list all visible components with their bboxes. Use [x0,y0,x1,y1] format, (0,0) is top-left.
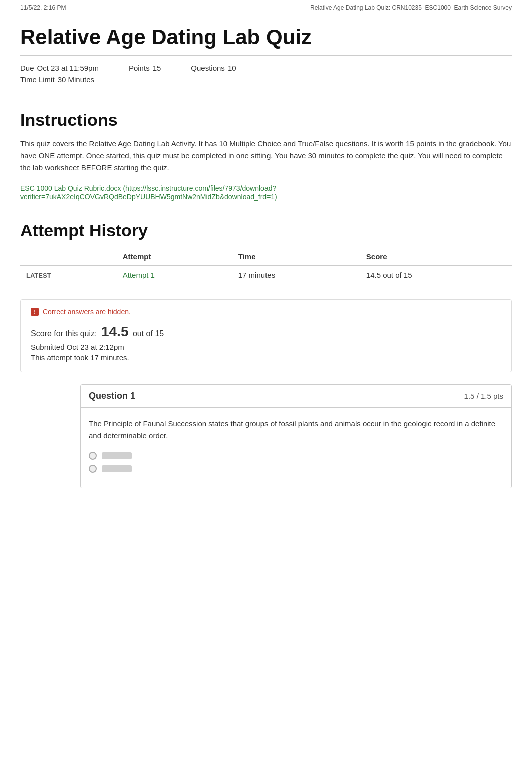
score-section: ! Correct answers are hidden. Score for … [20,299,512,372]
answer-option-2 [89,465,503,473]
score-label: Score for this quiz: [31,329,97,338]
question-1-title: Question 1 [89,391,135,401]
meta-table: Due Oct 23 at 11:59pm Points 15 Question… [20,64,512,95]
question-1-points: 1.5 / 1.5 pts [464,392,503,400]
time-limit-label: Time Limit [20,75,55,84]
question-1-body: The Principle of Faunal Succession state… [81,408,511,488]
score-line: Score for this quiz: 14.5 out of 15 [31,324,501,340]
attempt-history-section: Attempt History Attempt Time Score LATES… [20,221,512,284]
attempt-link[interactable]: Attempt 1 [123,271,155,279]
points-label: Points [129,64,150,72]
rubric-link-container: ESC 1000 Lab Quiz Rubric.docx (https://l… [20,184,512,201]
rubric-link-text: ESC 1000 Lab Quiz Rubric.docx [20,184,121,192]
rubric-link[interactable]: ESC 1000 Lab Quiz Rubric.docx [20,184,123,192]
answer-options [89,452,503,473]
col-attempt: Attempt [117,248,232,266]
answer-option-1 [89,452,503,460]
took-line: This attempt took 17 minutes. [31,353,501,362]
points-meta: Points 15 [129,64,161,72]
question-1-header: Question 1 1.5 / 1.5 pts [81,385,511,408]
due-label: Due [20,64,34,72]
hidden-notice-text: Correct answers are hidden. [43,308,131,316]
main-content: Relative Age Dating Lab Quiz Due Oct 23 … [0,25,532,518]
attempt-history-title: Attempt History [20,221,512,240]
correct-answers-notice: ! Correct answers are hidden. [31,308,501,316]
instructions-title: Instructions [20,110,512,130]
questions-value: 10 [228,64,236,72]
col-badge [20,248,117,266]
col-score: Score [360,248,512,266]
attempt-table-header-row: Attempt Time Score [20,248,512,266]
question-1-text: The Principle of Faunal Succession state… [89,418,503,442]
option-1-text [102,452,132,459]
questions-label: Questions [191,64,225,72]
score-out-of: out of 15 [133,329,164,338]
radio-2[interactable] [89,465,97,473]
table-row: LATEST Attempt 1 17 minutes 14.5 out of … [20,266,512,285]
col-time: Time [232,248,360,266]
points-value: 15 [153,64,161,72]
due-value: Oct 23 at 11:59pm [37,64,99,72]
meta-row-2: Time Limit 30 Minutes [20,75,512,84]
warning-icon: ! [31,308,39,316]
time-limit-value: 30 Minutes [58,75,94,84]
question-1-block: Question 1 1.5 / 1.5 pts The Principle o… [80,384,512,488]
print-course-title: Relative Age Dating Lab Quiz: CRN10235_E… [310,4,512,11]
attempt-cell: Attempt 1 [117,266,232,285]
print-header: 11/5/22, 2:16 PM Relative Age Dating Lab… [0,0,532,15]
meta-row-1: Due Oct 23 at 11:59pm Points 15 Question… [20,64,512,72]
attempt-table: Attempt Time Score LATEST Attempt 1 17 m… [20,248,512,284]
radio-1[interactable] [89,452,97,460]
score-value: 14.5 [101,324,129,339]
questions-meta: Questions 10 [191,64,236,72]
instructions-section: Instructions This quiz covers the Relati… [20,110,512,201]
time-cell: 17 minutes [232,266,360,285]
submitted-line: Submitted Oct 23 at 2:12pm [31,343,501,351]
instructions-text: This quiz covers the Relative Age Dating… [20,138,512,174]
latest-badge: LATEST [20,266,117,285]
page-title: Relative Age Dating Lab Quiz [20,25,512,56]
option-2-text [102,465,132,472]
score-cell: 14.5 out of 15 [360,266,512,285]
print-date: 11/5/22, 2:16 PM [20,4,66,11]
due-meta: Due Oct 23 at 11:59pm [20,64,99,72]
time-limit-meta: Time Limit 30 Minutes [20,75,94,84]
